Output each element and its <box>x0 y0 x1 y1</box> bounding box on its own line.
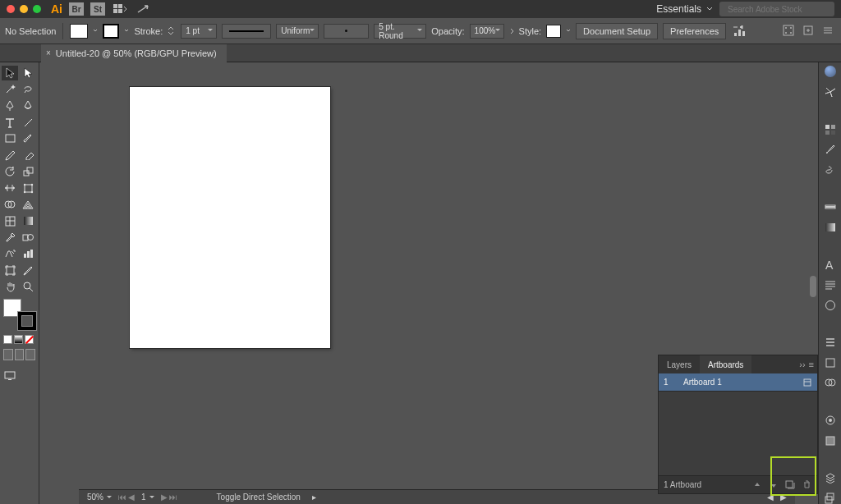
opentype-panel-icon[interactable] <box>823 299 838 311</box>
free-transform-tool[interactable] <box>20 181 36 195</box>
character-panel-icon[interactable]: A <box>823 259 838 271</box>
chevron-down-icon[interactable] <box>124 27 129 35</box>
artboard-index-dropdown[interactable]: 1 <box>141 493 154 502</box>
pathfinder-panel-icon[interactable] <box>823 377 838 389</box>
layers-panel-icon[interactable] <box>823 472 838 484</box>
direct-selection-tool[interactable] <box>20 66 36 80</box>
zoom-window-icon[interactable] <box>33 5 41 13</box>
document-tab[interactable]: × Untitled-20 @ 50% (RGB/GPU Preview) <box>41 44 227 62</box>
none-mode-icon[interactable] <box>25 335 34 344</box>
align-panel-icon[interactable] <box>823 337 838 349</box>
draw-behind-icon[interactable] <box>15 349 25 360</box>
draw-inside-icon[interactable] <box>25 349 35 360</box>
artboard-options-icon[interactable] <box>802 378 812 387</box>
paintbrush-tool[interactable] <box>20 131 36 146</box>
delete-artboard-icon[interactable] <box>801 479 812 491</box>
workspace-switcher[interactable]: Essentials <box>656 3 713 15</box>
magic-wand-tool[interactable] <box>2 82 18 97</box>
color-guide-panel-icon[interactable] <box>823 86 838 99</box>
fill-stroke-control[interactable] <box>3 299 36 330</box>
color-panel-icon[interactable] <box>823 66 838 78</box>
arrange-documents-icon[interactable] <box>112 2 128 16</box>
transform-panel-icon[interactable] <box>823 357 838 369</box>
rectangle-tool[interactable] <box>2 131 18 146</box>
stroke-swatch[interactable] <box>103 24 119 39</box>
search-stock[interactable] <box>719 2 834 16</box>
zoom-tool[interactable] <box>20 279 36 294</box>
brush-preview[interactable] <box>324 24 369 39</box>
stroke-color-swatch[interactable] <box>18 312 36 330</box>
gradient-mode-icon[interactable] <box>14 335 23 344</box>
style-swatch[interactable] <box>546 25 561 38</box>
stock-icon[interactable]: St <box>90 2 105 16</box>
prev-artboard-icon[interactable]: ◀ <box>128 493 135 502</box>
lasso-tool[interactable] <box>20 82 36 97</box>
panel-menu-icon[interactable]: ≡ <box>809 360 814 369</box>
artboard-tool[interactable] <box>2 263 18 277</box>
brush-dropdown[interactable]: 5 pt. Round <box>374 24 426 39</box>
hand-tool[interactable] <box>2 279 18 294</box>
color-mode-icon[interactable] <box>3 335 12 344</box>
fill-swatch[interactable] <box>70 24 88 39</box>
type-tool[interactable] <box>2 115 18 130</box>
symbols-panel-icon[interactable] <box>823 163 838 176</box>
stroke-weight-dropdown[interactable]: 1 pt <box>181 24 217 39</box>
chevron-right-icon[interactable] <box>509 27 514 35</box>
perspective-grid-tool[interactable] <box>20 197 36 212</box>
artboard-row[interactable]: 1 Artboard 1 <box>659 373 817 392</box>
paragraph-panel-icon[interactable] <box>823 279 838 291</box>
close-tab-icon[interactable]: × <box>46 48 51 57</box>
screen-mode-icon[interactable] <box>2 369 18 383</box>
isolate-icon[interactable] <box>802 24 816 39</box>
symbol-sprayer-tool[interactable] <box>2 246 18 261</box>
vertical-scrollbar[interactable] <box>810 276 816 297</box>
swatches-panel-icon[interactable] <box>823 123 838 135</box>
move-down-icon[interactable] <box>768 479 779 491</box>
brushes-panel-icon[interactable] <box>823 144 838 156</box>
new-artboard-icon[interactable] <box>784 479 796 491</box>
search-input[interactable] <box>728 5 832 14</box>
next-artboard-icon[interactable]: ▶ <box>161 493 168 502</box>
minimize-window-icon[interactable] <box>20 5 28 13</box>
line-tool[interactable] <box>20 115 36 130</box>
eraser-tool[interactable] <box>20 148 36 163</box>
width-tool[interactable] <box>2 181 18 195</box>
shape-builder-tool[interactable] <box>2 197 18 212</box>
transform-panel-icon[interactable] <box>782 24 797 39</box>
opacity-dropdown[interactable]: 100% <box>470 24 504 39</box>
align-panel-icon[interactable] <box>731 25 749 37</box>
artboard[interactable] <box>130 87 330 348</box>
document-setup-button[interactable]: Document Setup <box>576 23 658 39</box>
collapse-panel-icon[interactable]: ›› <box>799 360 805 369</box>
scale-tool[interactable] <box>20 164 36 179</box>
mesh-tool[interactable] <box>2 213 18 228</box>
pen-tool[interactable] <box>2 99 18 113</box>
tab-artboards[interactable]: Artboards <box>700 355 751 373</box>
zoom-dropdown[interactable]: 50% <box>87 493 112 502</box>
chevron-down-icon[interactable] <box>566 27 571 35</box>
stroke-panel-icon[interactable] <box>823 201 838 213</box>
draw-normal-icon[interactable] <box>3 349 13 360</box>
gradient-panel-icon[interactable] <box>823 222 838 234</box>
bridge-icon[interactable]: Br <box>69 2 84 16</box>
graphic-styles-panel-icon[interactable] <box>823 434 838 447</box>
last-artboard-icon[interactable]: ⏭ <box>169 493 177 502</box>
tab-layers[interactable]: Layers <box>659 355 700 373</box>
rotate-tool[interactable] <box>2 164 18 179</box>
slice-tool[interactable] <box>20 263 36 277</box>
blend-tool[interactable] <box>20 230 36 245</box>
preferences-button[interactable]: Preferences <box>663 23 726 39</box>
eyedropper-tool[interactable] <box>2 230 18 245</box>
close-window-icon[interactable] <box>7 5 15 13</box>
stroke-weight-stepper[interactable] <box>168 25 176 38</box>
status-hint-arrow-icon[interactable]: ▸ <box>312 493 316 502</box>
panel-menu-icon[interactable] <box>821 24 836 39</box>
stroke-profile-preview[interactable] <box>222 24 271 39</box>
artboards-panel-icon[interactable] <box>823 493 838 504</box>
pencil-tool[interactable] <box>2 148 18 163</box>
selection-tool[interactable] <box>2 66 18 80</box>
first-artboard-icon[interactable]: ⏮ <box>118 493 126 502</box>
stroke-profile-dropdown[interactable]: Uniform <box>276 24 319 39</box>
chevron-down-icon[interactable] <box>93 27 98 35</box>
appearance-panel-icon[interactable] <box>823 415 838 427</box>
